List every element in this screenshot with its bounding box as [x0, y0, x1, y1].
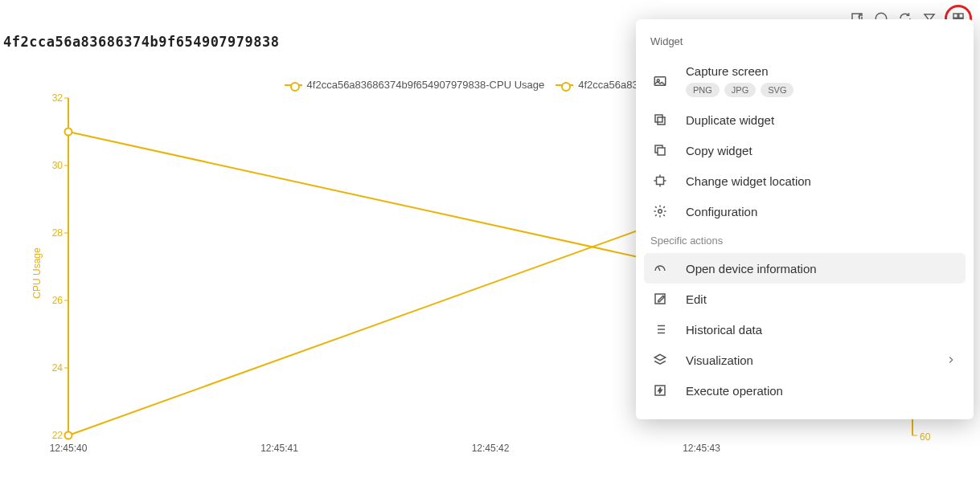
y-axis-label: CPU Usage: [31, 247, 43, 299]
gear-icon: [652, 203, 668, 219]
y2-tick: 60: [920, 431, 931, 443]
layers-icon: [652, 352, 668, 368]
menu-item-duplicate[interactable]: Duplicate widget: [644, 104, 966, 135]
svg-point-21: [658, 210, 662, 214]
menu-item-label: Edit: [686, 292, 707, 306]
chevron-right-icon: [945, 353, 957, 366]
bolt-icon: [652, 382, 668, 398]
menu-item-label: Open device information: [686, 262, 817, 276]
badge-png[interactable]: PNG: [686, 83, 720, 97]
menu-item-label: Duplicate widget: [686, 113, 774, 127]
menu-item-label: Configuration: [686, 205, 757, 218]
svg-rect-20: [657, 178, 664, 185]
menu-item-historical[interactable]: Historical data: [644, 314, 966, 345]
menu-item-device-info[interactable]: Open device information: [644, 253, 966, 284]
y-tick: 32: [52, 92, 64, 104]
y-tick: 22: [52, 430, 64, 441]
menu-item-edit[interactable]: Edit: [644, 284, 966, 314]
x-tick: 12:45:43: [683, 443, 720, 454]
gauge-icon: [652, 260, 668, 276]
x-tick: 12:45:42: [472, 443, 510, 454]
svg-rect-18: [658, 117, 665, 125]
svg-rect-3: [959, 14, 963, 18]
x-tick: 12:45:40: [50, 443, 88, 454]
menu-item-label: Copy widget: [686, 144, 752, 157]
copy-icon: [652, 142, 668, 158]
data-marker: [65, 432, 72, 439]
menu-item-copy[interactable]: Copy widget: [644, 135, 966, 165]
menu-item-label: Change widget location: [686, 174, 811, 188]
menu-item-visualization[interactable]: Visualization: [644, 345, 966, 375]
format-badges: PNG JPG SVG: [686, 83, 957, 97]
y-tick: 24: [52, 362, 64, 374]
svg-rect-2: [953, 14, 957, 18]
menu-item-label: Historical data: [686, 323, 762, 337]
move-icon: [652, 173, 668, 189]
data-marker: [65, 129, 72, 136]
duplicate-icon: [652, 112, 668, 128]
x-tick: 12:45:41: [260, 443, 298, 454]
image-icon: [652, 73, 668, 89]
y-tick: 26: [52, 295, 64, 306]
menu-item-capture[interactable]: Capture screen PNG JPG SVG: [644, 57, 966, 104]
menu-item-execute[interactable]: Execute operation: [644, 375, 966, 406]
badge-svg[interactable]: SVG: [761, 83, 793, 97]
svg-rect-19: [658, 148, 665, 155]
menu-header: Widget: [644, 32, 966, 57]
menu-item-label: Visualization: [686, 353, 927, 367]
badge-jpg[interactable]: JPG: [724, 83, 756, 97]
edit-icon: [652, 291, 668, 307]
y-tick: 30: [52, 160, 64, 171]
menu-section-header: Specific actions: [644, 227, 966, 253]
menu-item-label: Capture screen: [686, 64, 957, 78]
svg-rect-17: [655, 115, 662, 122]
y-tick: 28: [52, 227, 64, 239]
widget-menu: Widget Capture screen PNG JPG SVG Duplic…: [636, 19, 974, 419]
menu-item-label: Execute operation: [686, 384, 783, 398]
list-icon: [652, 321, 668, 337]
page-title: 4f2cca56a83686374b9f654907979838: [3, 34, 280, 50]
menu-item-config[interactable]: Configuration: [644, 196, 966, 227]
menu-item-move[interactable]: Change widget location: [644, 165, 966, 196]
